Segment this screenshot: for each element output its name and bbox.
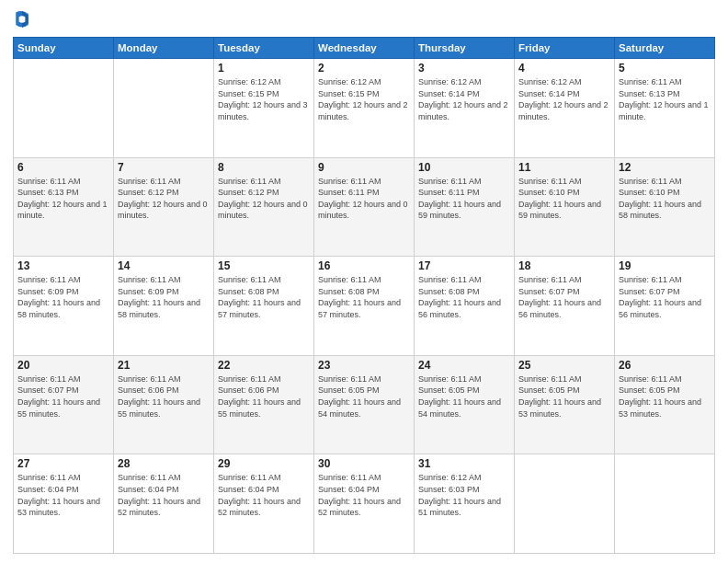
calendar-cell: 20Sunrise: 6:11 AM Sunset: 6:07 PM Dayli… xyxy=(14,355,114,454)
calendar-cell: 15Sunrise: 6:11 AM Sunset: 6:08 PM Dayli… xyxy=(214,257,314,356)
day-header-monday: Monday xyxy=(114,38,214,59)
day-info: Sunrise: 6:11 AM Sunset: 6:04 PM Dayligh… xyxy=(218,472,310,518)
page-header xyxy=(13,9,715,29)
calendar-cell: 23Sunrise: 6:11 AM Sunset: 6:05 PM Dayli… xyxy=(314,355,415,454)
day-info: Sunrise: 6:11 AM Sunset: 6:06 PM Dayligh… xyxy=(118,373,210,419)
day-number: 23 xyxy=(318,359,410,372)
day-info: Sunrise: 6:12 AM Sunset: 6:14 PM Dayligh… xyxy=(418,76,510,122)
calendar-cell: 12Sunrise: 6:11 AM Sunset: 6:10 PM Dayli… xyxy=(615,157,715,257)
day-info: Sunrise: 6:11 AM Sunset: 6:12 PM Dayligh… xyxy=(218,176,310,222)
day-info: Sunrise: 6:11 AM Sunset: 6:10 PM Dayligh… xyxy=(518,176,610,222)
calendar-cell: 2Sunrise: 6:12 AM Sunset: 6:15 PM Daylig… xyxy=(314,59,415,158)
day-info: Sunrise: 6:12 AM Sunset: 6:03 PM Dayligh… xyxy=(418,472,510,518)
calendar-table: SundayMondayTuesdayWednesdayThursdayFrid… xyxy=(13,37,715,554)
calendar-cell: 29Sunrise: 6:11 AM Sunset: 6:04 PM Dayli… xyxy=(214,454,314,554)
day-info: Sunrise: 6:11 AM Sunset: 6:07 PM Dayligh… xyxy=(518,274,610,320)
calendar-header-row: SundayMondayTuesdayWednesdayThursdayFrid… xyxy=(14,38,715,59)
day-header-thursday: Thursday xyxy=(415,38,515,59)
calendar-cell: 18Sunrise: 6:11 AM Sunset: 6:07 PM Dayli… xyxy=(515,257,615,356)
day-info: Sunrise: 6:11 AM Sunset: 6:11 PM Dayligh… xyxy=(418,176,510,222)
day-info: Sunrise: 6:11 AM Sunset: 6:12 PM Dayligh… xyxy=(118,176,210,222)
day-info: Sunrise: 6:11 AM Sunset: 6:06 PM Dayligh… xyxy=(218,373,310,419)
day-header-sunday: Sunday xyxy=(14,38,114,59)
day-info: Sunrise: 6:11 AM Sunset: 6:08 PM Dayligh… xyxy=(418,274,510,320)
calendar-week-3: 13Sunrise: 6:11 AM Sunset: 6:09 PM Dayli… xyxy=(14,257,715,356)
day-number: 29 xyxy=(218,457,310,470)
day-info: Sunrise: 6:12 AM Sunset: 6:14 PM Dayligh… xyxy=(518,76,610,122)
day-info: Sunrise: 6:11 AM Sunset: 6:13 PM Dayligh… xyxy=(619,76,711,122)
day-info: Sunrise: 6:11 AM Sunset: 6:04 PM Dayligh… xyxy=(118,472,210,518)
day-header-friday: Friday xyxy=(515,38,615,59)
day-info: Sunrise: 6:11 AM Sunset: 6:05 PM Dayligh… xyxy=(318,373,410,419)
calendar-cell: 7Sunrise: 6:11 AM Sunset: 6:12 PM Daylig… xyxy=(114,157,214,257)
day-info: Sunrise: 6:11 AM Sunset: 6:08 PM Dayligh… xyxy=(318,274,410,320)
calendar-cell: 19Sunrise: 6:11 AM Sunset: 6:07 PM Dayli… xyxy=(615,257,715,356)
day-info: Sunrise: 6:12 AM Sunset: 6:15 PM Dayligh… xyxy=(318,76,410,122)
day-info: Sunrise: 6:11 AM Sunset: 6:08 PM Dayligh… xyxy=(218,274,310,320)
day-number: 8 xyxy=(218,161,310,174)
day-number: 26 xyxy=(619,359,711,372)
calendar-cell xyxy=(615,454,715,554)
calendar-week-2: 6Sunrise: 6:11 AM Sunset: 6:13 PM Daylig… xyxy=(14,157,715,257)
calendar-cell: 9Sunrise: 6:11 AM Sunset: 6:11 PM Daylig… xyxy=(314,157,415,257)
day-number: 6 xyxy=(17,161,109,174)
calendar-week-4: 20Sunrise: 6:11 AM Sunset: 6:07 PM Dayli… xyxy=(14,355,715,454)
day-header-tuesday: Tuesday xyxy=(214,38,314,59)
calendar-cell: 8Sunrise: 6:11 AM Sunset: 6:12 PM Daylig… xyxy=(214,157,314,257)
calendar-cell xyxy=(14,59,114,158)
day-number: 1 xyxy=(218,62,310,75)
calendar-cell: 10Sunrise: 6:11 AM Sunset: 6:11 PM Dayli… xyxy=(415,157,515,257)
calendar-cell: 17Sunrise: 6:11 AM Sunset: 6:08 PM Dayli… xyxy=(415,257,515,356)
calendar-cell: 26Sunrise: 6:11 AM Sunset: 6:05 PM Dayli… xyxy=(615,355,715,454)
day-number: 14 xyxy=(118,259,210,272)
day-number: 25 xyxy=(518,359,610,372)
day-number: 19 xyxy=(619,259,711,272)
day-info: Sunrise: 6:11 AM Sunset: 6:05 PM Dayligh… xyxy=(418,373,510,419)
calendar-cell: 25Sunrise: 6:11 AM Sunset: 6:05 PM Dayli… xyxy=(515,355,615,454)
calendar-week-5: 27Sunrise: 6:11 AM Sunset: 6:04 PM Dayli… xyxy=(14,454,715,554)
calendar-cell: 22Sunrise: 6:11 AM Sunset: 6:06 PM Dayli… xyxy=(214,355,314,454)
day-number: 28 xyxy=(118,457,210,470)
calendar-cell xyxy=(515,454,615,554)
day-number: 16 xyxy=(318,259,410,272)
day-number: 13 xyxy=(17,259,109,272)
day-number: 2 xyxy=(318,62,410,75)
day-number: 27 xyxy=(17,457,109,470)
calendar-cell: 21Sunrise: 6:11 AM Sunset: 6:06 PM Dayli… xyxy=(114,355,214,454)
day-number: 20 xyxy=(17,359,109,372)
calendar-cell: 4Sunrise: 6:12 AM Sunset: 6:14 PM Daylig… xyxy=(515,59,615,158)
calendar-cell: 27Sunrise: 6:11 AM Sunset: 6:04 PM Dayli… xyxy=(14,454,114,554)
day-number: 11 xyxy=(518,161,610,174)
calendar-cell: 11Sunrise: 6:11 AM Sunset: 6:10 PM Dayli… xyxy=(515,157,615,257)
day-number: 21 xyxy=(118,359,210,372)
calendar-cell: 6Sunrise: 6:11 AM Sunset: 6:13 PM Daylig… xyxy=(14,157,114,257)
day-info: Sunrise: 6:11 AM Sunset: 6:10 PM Dayligh… xyxy=(619,176,711,222)
calendar-cell xyxy=(114,59,214,158)
calendar-cell: 30Sunrise: 6:11 AM Sunset: 6:04 PM Dayli… xyxy=(314,454,415,554)
day-number: 3 xyxy=(418,62,510,75)
day-info: Sunrise: 6:11 AM Sunset: 6:04 PM Dayligh… xyxy=(17,472,109,518)
day-number: 15 xyxy=(218,259,310,272)
day-info: Sunrise: 6:11 AM Sunset: 6:07 PM Dayligh… xyxy=(17,373,109,419)
calendar-week-1: 1Sunrise: 6:12 AM Sunset: 6:15 PM Daylig… xyxy=(14,59,715,158)
day-info: Sunrise: 6:12 AM Sunset: 6:15 PM Dayligh… xyxy=(218,76,310,122)
day-number: 7 xyxy=(118,161,210,174)
day-info: Sunrise: 6:11 AM Sunset: 6:13 PM Dayligh… xyxy=(17,176,109,222)
day-info: Sunrise: 6:11 AM Sunset: 6:05 PM Dayligh… xyxy=(518,373,610,419)
day-number: 17 xyxy=(418,259,510,272)
day-info: Sunrise: 6:11 AM Sunset: 6:04 PM Dayligh… xyxy=(318,472,410,518)
calendar-cell: 3Sunrise: 6:12 AM Sunset: 6:14 PM Daylig… xyxy=(415,59,515,158)
logo xyxy=(13,9,32,29)
day-info: Sunrise: 6:11 AM Sunset: 6:05 PM Dayligh… xyxy=(619,373,711,419)
day-number: 18 xyxy=(518,259,610,272)
day-info: Sunrise: 6:11 AM Sunset: 6:07 PM Dayligh… xyxy=(619,274,711,320)
day-number: 4 xyxy=(518,62,610,75)
day-number: 10 xyxy=(418,161,510,174)
day-number: 12 xyxy=(619,161,711,174)
day-number: 5 xyxy=(619,62,711,75)
day-number: 22 xyxy=(218,359,310,372)
calendar-cell: 31Sunrise: 6:12 AM Sunset: 6:03 PM Dayli… xyxy=(415,454,515,554)
logo-icon xyxy=(14,9,30,29)
calendar-cell: 1Sunrise: 6:12 AM Sunset: 6:15 PM Daylig… xyxy=(214,59,314,158)
day-info: Sunrise: 6:11 AM Sunset: 6:09 PM Dayligh… xyxy=(118,274,210,320)
